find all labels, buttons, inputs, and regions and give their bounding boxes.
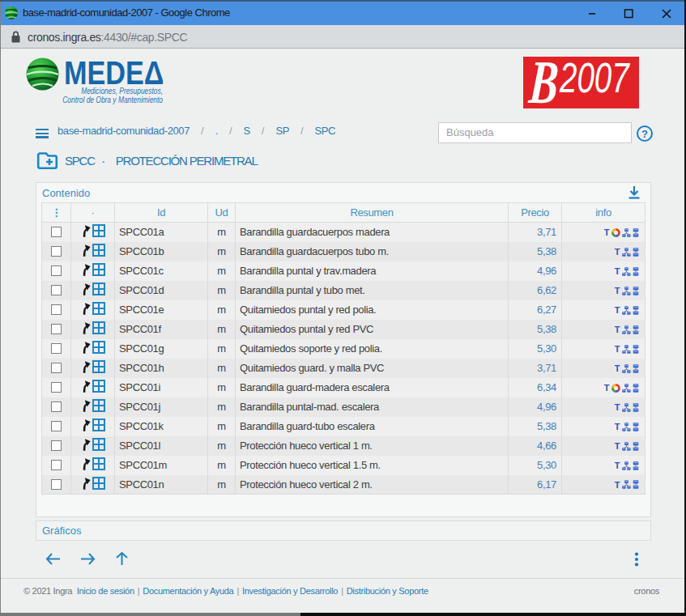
svg-text:?: ? (641, 128, 648, 140)
